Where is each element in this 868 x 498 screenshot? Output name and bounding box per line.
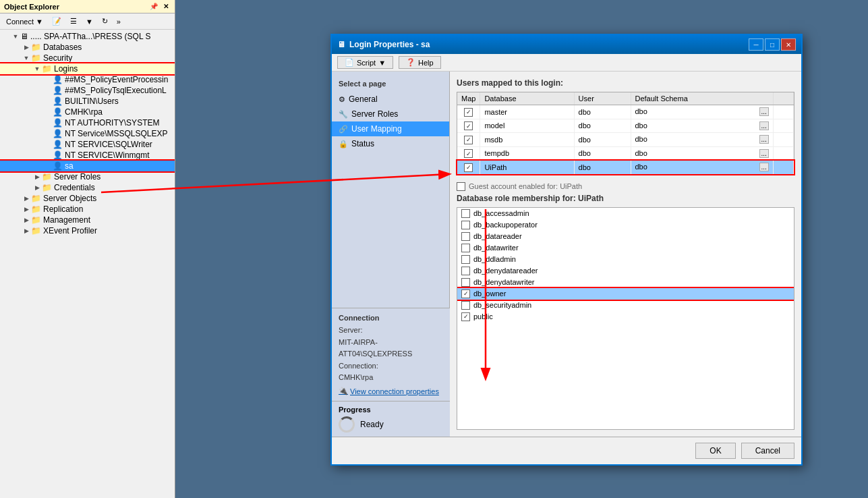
serverroles-label: Server Roles bbox=[351, 109, 398, 119]
ellipsis-button[interactable]: ... bbox=[759, 149, 769, 158]
tree-item-management[interactable]: ▶ 📁 Management bbox=[0, 215, 175, 225]
usermapping-label: User Mapping bbox=[351, 124, 402, 134]
ellipsis-button[interactable]: ... bbox=[759, 107, 769, 116]
close-icon[interactable]: ✕ bbox=[161, 2, 171, 11]
connection-link-icon: 🔌 bbox=[339, 387, 348, 395]
page-item-usermapping[interactable]: 🔗 User Mapping bbox=[332, 121, 449, 136]
server-label: Server: bbox=[339, 325, 443, 337]
sa-label: sa bbox=[65, 161, 74, 171]
role-label: db_datawriter bbox=[473, 244, 519, 252]
role-item-backupoperator: db_backupoperator bbox=[457, 219, 794, 231]
list-view-button[interactable]: ☰ bbox=[67, 15, 80, 28]
folder-icon: 📁 bbox=[42, 172, 52, 182]
refresh-button[interactable]: ↻ bbox=[98, 15, 111, 28]
dialog-titlebar-left: 🖥 Login Properties - sa bbox=[337, 40, 430, 49]
folder-icon: 📁 bbox=[42, 183, 52, 192]
role-label: db_securityadmin bbox=[473, 301, 531, 309]
login-label: ##MS_PolicyEventProcessin bbox=[65, 75, 168, 84]
login-icon: 👤 bbox=[53, 75, 63, 84]
login-icon: 👤 bbox=[53, 96, 63, 106]
oe-tree: ▼ 🖥 ..... SPA-ATTha...\PRESS (SQL S ▶ 📁 … bbox=[0, 30, 175, 498]
col-map: Map bbox=[457, 92, 480, 105]
expand-icon: ▶ bbox=[22, 215, 31, 225]
tree-item-replication[interactable]: ▶ 📁 Replication bbox=[0, 204, 175, 215]
login-icon: 👤 bbox=[53, 129, 63, 138]
general-label: General bbox=[349, 94, 378, 104]
tree-item-databases[interactable]: ▶ 📁 Databases bbox=[0, 42, 175, 53]
expand-icon: ▶ bbox=[22, 194, 31, 203]
tree-item-login-mspolicy2[interactable]: 👤 ##MS_PolicyTsqlExecutionL bbox=[0, 85, 175, 96]
expand-icon: ▶ bbox=[32, 183, 42, 192]
tree-item-login-builtin[interactable]: 👤 BUILTIN\Users bbox=[0, 96, 175, 107]
ellipsis-button[interactable]: ... bbox=[759, 135, 769, 144]
connect-button[interactable]: Connect ▼ bbox=[3, 16, 47, 28]
ok-button[interactable]: OK bbox=[695, 443, 735, 459]
row-database: model bbox=[480, 119, 574, 133]
row-schema: dbo ... bbox=[631, 119, 773, 133]
role-checkbox[interactable] bbox=[461, 301, 470, 310]
row-database: msdb bbox=[480, 133, 574, 147]
row-checkbox[interactable]: ✓ bbox=[457, 161, 480, 175]
page-item-general[interactable]: ⚙ General bbox=[332, 92, 449, 107]
help-button[interactable]: ❓ Help bbox=[399, 56, 441, 69]
object-explorer: Object Explorer 📌 ✕ Connect ▼ 📝 ☰ ▼ ↻ » … bbox=[0, 0, 175, 498]
script-button[interactable]: 📄 Script ▼ bbox=[337, 56, 393, 69]
pin-icon[interactable]: 📌 bbox=[148, 2, 160, 11]
role-checkbox[interactable]: ✓ bbox=[461, 289, 470, 298]
new-query-button[interactable]: 📝 bbox=[49, 15, 65, 28]
role-checkbox[interactable] bbox=[461, 267, 470, 275]
row-checkbox[interactable]: ✓ bbox=[457, 119, 480, 133]
left-panel: Select a page ⚙ General 🔧 Server Roles 🔗… bbox=[332, 72, 450, 437]
role-checkbox[interactable] bbox=[461, 278, 470, 287]
tree-item-login-mspolicy1[interactable]: 👤 ##MS_PolicyEventProcessin bbox=[0, 74, 175, 85]
tree-item-login-ntauth[interactable]: 👤 NT AUTHORITY\SYSTEM bbox=[0, 117, 175, 128]
role-label: db_accessadmin bbox=[473, 209, 529, 217]
tree-item-serverroles[interactable]: ▶ 📁 Server Roles bbox=[0, 171, 175, 182]
role-checkbox[interactable]: ✓ bbox=[461, 312, 470, 321]
checkbox-icon: ✓ bbox=[464, 108, 473, 117]
login-icon: 👤 bbox=[53, 86, 63, 95]
management-label: Management bbox=[43, 215, 90, 225]
dialog-titlebar: 🖥 Login Properties - sa ─ □ ✕ bbox=[332, 35, 801, 54]
tree-item-login-ntservice-mssql[interactable]: 👤 NT Service\MSSQLSQLEXP bbox=[0, 128, 175, 139]
tree-item-sa[interactable]: 👤 sa bbox=[0, 161, 175, 171]
page-item-status[interactable]: 🔒 Status bbox=[332, 136, 449, 151]
role-item-datawriter: db_datawriter bbox=[457, 242, 794, 254]
row-checkbox[interactable]: ✓ bbox=[457, 146, 480, 161]
role-checkbox[interactable] bbox=[461, 209, 470, 218]
oe-toolbar: Connect ▼ 📝 ☰ ▼ ↻ » bbox=[0, 13, 175, 30]
view-connection-link[interactable]: 🔌 View connection properties bbox=[339, 387, 443, 395]
tree-item-xevent[interactable]: ▶ 📁 XEvent Profiler bbox=[0, 225, 175, 236]
tree-item-credentials[interactable]: ▶ 📁 Credentials bbox=[0, 182, 175, 193]
tree-item-login-ntservice-sql[interactable]: 👤 NT SERVICE\SQLWriter bbox=[0, 139, 175, 150]
role-item-owner: ✓ db_owner bbox=[457, 288, 794, 300]
tree-item-root[interactable]: ▼ 🖥 ..... SPA-ATTha...\PRESS (SQL S bbox=[0, 31, 175, 42]
role-checkbox[interactable] bbox=[461, 221, 470, 229]
tree-item-logins[interactable]: ▼ 📁 Logins bbox=[0, 63, 175, 74]
row-checkbox[interactable]: ✓ bbox=[457, 105, 480, 119]
credentials-label: Credentials bbox=[54, 183, 95, 192]
tree-item-login-ntservice-win[interactable]: 👤 NT SERVICE\Winmgmt bbox=[0, 150, 175, 161]
role-checkbox[interactable] bbox=[461, 255, 470, 264]
guest-checkbox[interactable] bbox=[457, 182, 465, 191]
cancel-button[interactable]: Cancel bbox=[741, 443, 794, 459]
tree-item-login-cmhk[interactable]: 👤 CMHK\rpa bbox=[0, 107, 175, 117]
server-label: ..... SPA-ATTha...\PRESS (SQL S bbox=[30, 32, 151, 41]
tree-item-security[interactable]: ▼ 📁 Security bbox=[0, 53, 175, 63]
role-item-accessadmin: db_accessadmin bbox=[457, 208, 794, 219]
page-item-serverroles[interactable]: 🔧 Server Roles bbox=[332, 107, 449, 121]
filter-button[interactable]: ▼ bbox=[82, 16, 96, 28]
close-button[interactable]: ✕ bbox=[781, 38, 796, 51]
row-checkbox[interactable]: ✓ bbox=[457, 133, 480, 147]
tree-item-serverobjects[interactable]: ▶ 📁 Server Objects bbox=[0, 193, 175, 204]
minimize-button[interactable]: ─ bbox=[749, 38, 763, 51]
role-checkbox[interactable] bbox=[461, 244, 470, 252]
ellipsis-button[interactable]: ... bbox=[759, 121, 769, 130]
login-icon: 👤 bbox=[53, 118, 63, 128]
no-expand bbox=[43, 86, 53, 95]
maximize-button[interactable]: □ bbox=[765, 38, 780, 51]
role-checkbox[interactable] bbox=[461, 232, 470, 241]
ellipsis-button[interactable]: ... bbox=[759, 163, 769, 171]
more-button[interactable]: » bbox=[113, 16, 124, 28]
row-user: dbo bbox=[574, 161, 631, 175]
